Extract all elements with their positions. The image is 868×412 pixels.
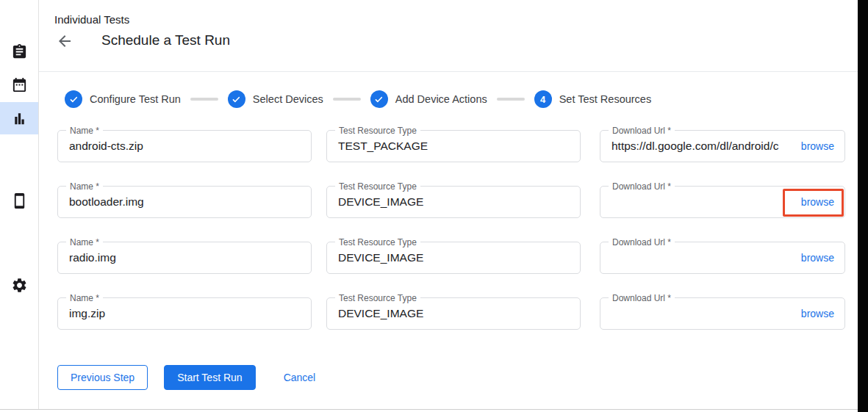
sidebar-item-settings[interactable] xyxy=(0,269,38,301)
step-connector xyxy=(333,98,361,101)
download-url-field-label: Download Url * xyxy=(609,237,675,247)
action-bar: Previous Step Start Test Run Cancel xyxy=(57,365,315,390)
name-field[interactable]: Name * radio.img xyxy=(57,242,312,274)
check-icon xyxy=(68,94,79,105)
name-field-label: Name * xyxy=(66,237,103,247)
back-arrow-icon xyxy=(56,32,73,50)
step-select-devices[interactable]: Select Devices xyxy=(228,90,323,108)
step-label: Add Device Actions xyxy=(395,93,487,105)
sidebar-item-tests[interactable] xyxy=(0,35,38,68)
step-add-device-actions[interactable]: Add Device Actions xyxy=(370,90,487,108)
gear-icon xyxy=(11,277,28,294)
name-field-label: Name * xyxy=(66,181,103,192)
check-icon xyxy=(231,94,242,105)
download-url-field-label: Download Url * xyxy=(609,126,675,136)
resource-row-img-zip: Name * img.zip Test Resource Type DEVICE… xyxy=(57,297,864,330)
browse-link[interactable]: browse xyxy=(797,298,844,329)
name-field[interactable]: Name * img.zip xyxy=(57,297,312,330)
download-url-field-label: Download Url * xyxy=(609,181,675,192)
download-url-field[interactable]: Download Url * browse xyxy=(600,297,845,330)
resource-row-radio: Name * radio.img Test Resource Type DEVI… xyxy=(57,242,864,274)
download-url-field[interactable]: Download Url * browse xyxy=(600,186,845,218)
sidebar-item-devices[interactable] xyxy=(0,184,38,217)
start-test-run-button[interactable]: Start Test Run xyxy=(164,365,255,390)
back-button[interactable] xyxy=(56,32,75,51)
screen-right-edge xyxy=(858,0,868,412)
header-divider xyxy=(39,71,858,72)
bottom-border xyxy=(0,409,858,410)
step-complete-badge xyxy=(370,90,388,108)
resource-type-field-label: Test Resource Type xyxy=(335,293,420,303)
step-complete-badge xyxy=(65,90,82,108)
step-connector xyxy=(190,98,218,101)
name-field[interactable]: Name * bootloader.img xyxy=(57,186,312,218)
browse-link[interactable]: browse xyxy=(797,187,844,217)
name-field-label: Name * xyxy=(66,293,103,303)
step-label: Select Devices xyxy=(253,93,323,105)
sidebar-item-test-plans[interactable] xyxy=(0,68,38,101)
previous-step-button[interactable]: Previous Step xyxy=(57,365,148,390)
resource-row-android-cts: Name * android-cts.zip Test Resource Typ… xyxy=(57,130,864,162)
step-connector xyxy=(497,98,525,101)
step-label: Set Test Resources xyxy=(559,93,651,105)
resource-type-field[interactable]: Test Resource Type DEVICE_IMAGE xyxy=(326,186,581,218)
step-complete-badge xyxy=(228,90,245,108)
bar-chart-icon xyxy=(11,110,28,127)
breadcrumb: Individual Tests xyxy=(54,13,129,26)
download-url-field[interactable]: Download Url * https://dl.google.com/dl/… xyxy=(600,130,845,162)
resource-type-field[interactable]: Test Resource Type DEVICE_IMAGE xyxy=(326,242,581,274)
step-label: Configure Test Run xyxy=(90,93,181,105)
smartphone-icon xyxy=(11,192,28,209)
name-field[interactable]: Name * android-cts.zip xyxy=(57,130,312,162)
name-field-label: Name * xyxy=(66,126,103,136)
step-number-badge: 4 xyxy=(534,90,552,108)
main-content: Individual Tests Schedule a Test Run Con… xyxy=(39,0,858,409)
resource-row-bootloader: Name * bootloader.img Test Resource Type… xyxy=(57,186,864,218)
step-configure-test-run[interactable]: Configure Test Run xyxy=(65,90,181,108)
check-icon xyxy=(373,94,384,105)
browse-link[interactable]: browse xyxy=(797,131,844,162)
resource-type-field-label: Test Resource Type xyxy=(335,237,420,247)
resource-type-field-label: Test Resource Type xyxy=(335,126,420,136)
resource-type-field[interactable]: Test Resource Type DEVICE_IMAGE xyxy=(326,297,581,330)
sidebar xyxy=(0,0,39,409)
download-url-field[interactable]: Download Url * browse xyxy=(600,242,845,274)
sidebar-item-test-runs[interactable] xyxy=(0,102,38,134)
resource-type-field-label: Test Resource Type xyxy=(335,181,420,192)
step-set-test-resources[interactable]: 4 Set Test Resources xyxy=(534,90,651,108)
browse-link[interactable]: browse xyxy=(797,242,844,273)
cancel-button[interactable]: Cancel xyxy=(284,365,316,390)
clipboard-icon xyxy=(11,43,28,60)
download-url-field-label: Download Url * xyxy=(609,293,675,303)
calendar-icon xyxy=(11,76,28,93)
resource-type-field[interactable]: Test Resource Type TEST_PACKAGE xyxy=(326,130,581,162)
page-title: Schedule a Test Run xyxy=(101,32,230,48)
stepper: Configure Test Run Select Devices Add De… xyxy=(65,90,651,108)
